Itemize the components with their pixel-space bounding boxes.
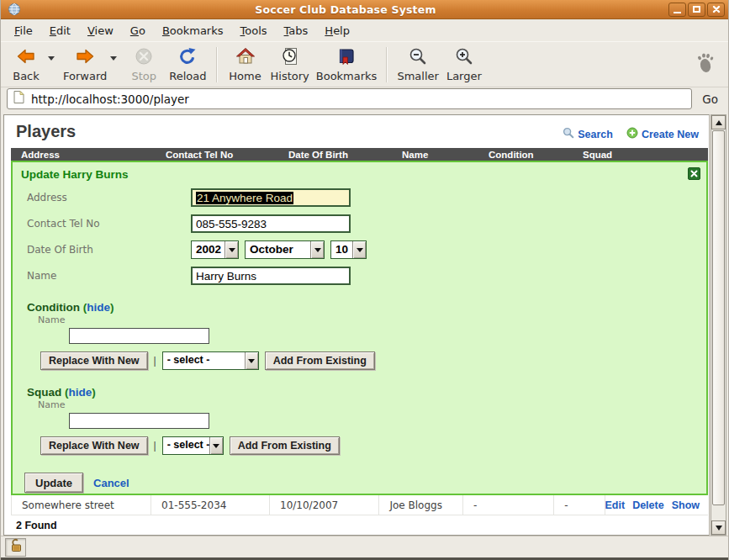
dob-year-select[interactable]: 2002	[191, 240, 239, 259]
smaller-label: Smaller	[397, 70, 438, 82]
menu-tools[interactable]: Tools	[232, 21, 276, 40]
scrollbar-thumb[interactable]	[712, 130, 725, 505]
bookmarks-icon	[336, 46, 357, 69]
minimize-button[interactable]	[668, 3, 686, 17]
dropdown-arrow-icon	[310, 241, 324, 258]
reload-button[interactable]: Reload	[166, 44, 209, 85]
url-input[interactable]: http://localhost:3000/player	[7, 88, 692, 109]
condition-section-title: Condition (hide)	[27, 301, 700, 314]
squad-hide-link[interactable]: hide	[69, 386, 92, 399]
condition-hide-link[interactable]: hide	[87, 301, 110, 314]
bookmarks-label: Bookmarks	[316, 70, 378, 82]
edit-link[interactable]: Edit	[605, 499, 626, 511]
form-row-name: Name	[18, 267, 700, 285]
forward-button[interactable]: Forward	[60, 44, 110, 85]
menu-edit[interactable]: Edit	[41, 21, 79, 40]
squad-select[interactable]: - select -	[162, 436, 224, 455]
bookmarks-button[interactable]: Bookmarks	[313, 44, 381, 85]
security-indicator	[5, 538, 26, 557]
main-area: Players Search Create New Address Contac…	[1, 114, 728, 536]
toolbar-separator	[216, 47, 218, 82]
update-button[interactable]: Update	[24, 473, 83, 493]
condition-title: Condition	[27, 301, 80, 314]
squad-replace-button[interactable]: Replace With New	[40, 436, 148, 455]
cell-dob: 10/10/2007	[270, 495, 379, 515]
cancel-link[interactable]: Cancel	[93, 477, 129, 489]
address-input[interactable]: 21 Anywhere Road	[191, 188, 351, 207]
create-new-link[interactable]: Create New	[626, 127, 699, 141]
go-button[interactable]: Go	[692, 92, 723, 106]
home-button[interactable]: Home	[224, 44, 267, 85]
scroll-down-button[interactable]	[711, 520, 726, 535]
search-link[interactable]: Search	[563, 127, 613, 141]
name-input[interactable]	[191, 267, 351, 285]
squad-name-label: Name	[38, 399, 700, 410]
close-button[interactable]	[707, 3, 725, 17]
reload-label: Reload	[169, 70, 206, 82]
stop-label: Stop	[132, 70, 157, 82]
update-form-panel: Update Harry Burns Address 21 Anywhere R…	[11, 161, 708, 495]
history-icon	[280, 46, 300, 69]
back-button[interactable]: Back	[4, 44, 48, 85]
forward-dropdown-icon[interactable]	[110, 56, 117, 61]
page-actions: Search Create New	[563, 127, 699, 141]
condition-select-value: - select -	[163, 352, 245, 369]
larger-button[interactable]: Larger	[442, 44, 486, 85]
home-icon	[235, 46, 256, 69]
stop-button[interactable]: Stop	[122, 44, 166, 85]
condition-name-label: Name	[38, 314, 700, 325]
delete-link[interactable]: Delete	[632, 499, 664, 511]
menu-go[interactable]: Go	[122, 21, 154, 40]
dob-label: Date Of Birth	[27, 244, 191, 256]
squad-title: Squad	[27, 386, 61, 399]
cell-condition: -	[463, 495, 554, 515]
col-address: Address	[11, 150, 156, 160]
scroll-up-button[interactable]	[711, 115, 726, 129]
maximize-button[interactable]	[688, 3, 705, 17]
dob-month-select[interactable]: October	[245, 240, 325, 259]
squad-name-input[interactable]	[69, 413, 209, 429]
scrollbar-track[interactable]	[711, 506, 726, 520]
url-text: http://localhost:3000/player	[31, 92, 189, 106]
create-new-label: Create New	[642, 129, 699, 140]
plus-icon	[626, 127, 638, 141]
condition-replace-button[interactable]: Replace With New	[40, 351, 148, 370]
menu-tabs[interactable]: Tabs	[276, 21, 317, 40]
back-dropdown-icon[interactable]	[48, 56, 55, 61]
dropdown-arrow-icon	[352, 241, 366, 258]
menu-view[interactable]: View	[79, 21, 122, 40]
condition-add-button[interactable]: Add From Existing	[265, 351, 375, 370]
smaller-button[interactable]: Smaller	[394, 44, 441, 85]
col-condition: Condition	[478, 150, 573, 160]
dropdown-arrow-icon	[225, 241, 238, 258]
back-label: Back	[13, 70, 40, 82]
condition-buttons: Replace With New | - select - Add From E…	[40, 351, 700, 370]
dob-day-value: 10	[331, 241, 352, 258]
reload-icon	[177, 46, 198, 69]
menu-file[interactable]: File	[6, 21, 41, 40]
vertical-scrollbar[interactable]	[711, 114, 726, 536]
cell-name: Joe Bloggs	[379, 495, 463, 515]
form-row-tel: Contact Tel No	[18, 214, 700, 233]
menu-bookmarks[interactable]: Bookmarks	[154, 21, 232, 40]
history-button[interactable]: History	[267, 44, 313, 85]
page-icon	[13, 90, 25, 108]
dob-day-select[interactable]: 10	[330, 240, 367, 259]
search-icon	[563, 127, 574, 141]
tel-input[interactable]	[191, 214, 351, 233]
form-close-button[interactable]	[688, 167, 700, 180]
cell-address: Somewhere street	[12, 495, 151, 515]
show-link[interactable]: Show	[672, 499, 700, 511]
toolbar-separator	[386, 47, 388, 82]
search-label: Search	[578, 129, 613, 140]
address-selected-text: 21 Anywhere Road	[196, 192, 293, 204]
table-row: Somewhere street 01-555-2034 10/10/2007 …	[11, 495, 708, 515]
squad-add-button[interactable]: Add From Existing	[230, 436, 340, 455]
col-dob: Date Of Birth	[278, 150, 392, 160]
form-row-dob: Date Of Birth 2002 October 10	[18, 240, 700, 259]
condition-select[interactable]: - select -	[162, 351, 259, 370]
menu-help[interactable]: Help	[316, 21, 358, 40]
col-name: Name	[392, 150, 478, 160]
condition-name-input[interactable]	[69, 328, 209, 344]
table-header: Address Contact Tel No Date Of Birth Nam…	[11, 148, 708, 161]
